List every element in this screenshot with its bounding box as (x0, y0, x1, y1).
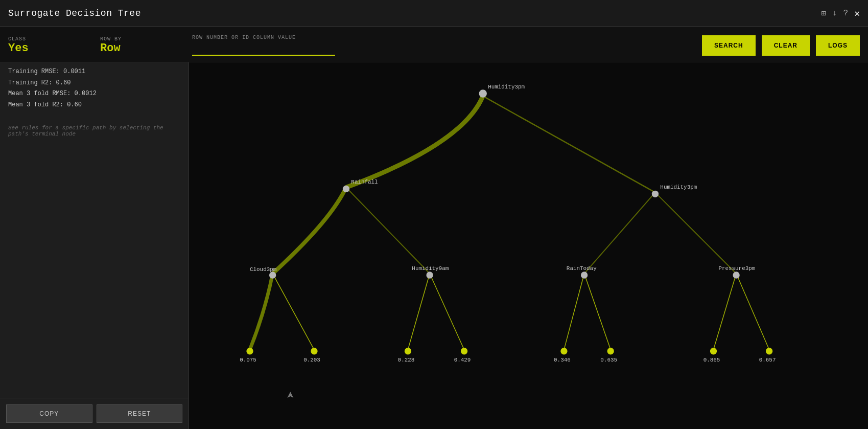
left-panel-content: See rules for a specific path by selecti… (0, 115, 189, 398)
node-l2lr-label: Humidity9am (412, 265, 449, 272)
edge-l2lr-leaf4 (430, 274, 464, 350)
leaf3-label: 0.228 (398, 357, 415, 363)
node-root[interactable] (479, 90, 486, 97)
cursor-icon (287, 392, 293, 398)
left-panel-footer: COPY RESET (0, 398, 189, 429)
node-l2rl-label: RainToday (567, 265, 597, 272)
leaf7-label: 0.865 (703, 357, 720, 363)
search-button[interactable]: SEARCH (702, 35, 756, 56)
reset-button[interactable]: RESET (97, 404, 183, 423)
edge-l1right-l2rl (584, 192, 655, 274)
edge-root-l1left-heavy (346, 96, 483, 188)
close-icon[interactable]: ✕ (854, 8, 860, 19)
node-l2lr[interactable] (427, 272, 433, 278)
node-l2ll-label: Cloud3pm (250, 266, 276, 273)
header-buttons: SEARCH CLEAR LOGS (702, 35, 860, 56)
class-section: CLASS Yes (8, 36, 90, 55)
edge-l2rr-leaf7 (714, 274, 737, 350)
help-icon[interactable]: ? (843, 9, 849, 18)
node-l1left-label: Rainfall (351, 179, 378, 186)
main-area: Training RMSE: 0.0011 Training R2: 0.60 … (0, 62, 868, 429)
rule-hint: See rules for a specific path by selecti… (6, 121, 182, 141)
edge-l2ll-leaf1 (250, 274, 273, 350)
clear-button[interactable]: CLEAR (762, 35, 810, 56)
leaf5-node[interactable] (561, 348, 567, 354)
leaf1-node[interactable] (247, 348, 253, 354)
leaf6-label: 0.635 (600, 357, 617, 363)
leaf5-label: 0.346 (554, 357, 571, 363)
header-row: CLASS Yes ROW BY Row ROW NUMBER OR ID CO… (0, 27, 868, 62)
leaf2-node[interactable] (311, 348, 317, 354)
class-label: CLASS (8, 36, 90, 42)
node-l2rr-label: Pressure3pm (718, 265, 755, 272)
node-l2rl[interactable] (581, 272, 588, 278)
row-by-value: Row (100, 42, 182, 55)
leaf2-label: 0.203 (303, 357, 320, 363)
leaf6-node[interactable] (607, 348, 614, 354)
row-input-label: ROW NUMBER OR ID COLUMN VALUE (192, 35, 692, 40)
mean-fold-rmse: Mean 3 fold RMSE: 0.0012 (8, 88, 180, 100)
logs-button[interactable]: LOGS (816, 35, 860, 56)
row-input-section: ROW NUMBER OR ID COLUMN VALUE (192, 35, 692, 56)
grid-icon[interactable]: ⊞ (821, 8, 826, 18)
download-icon[interactable]: ↓ (832, 9, 837, 18)
row-number-input[interactable] (192, 42, 335, 56)
edge-l2rl-leaf5 (564, 274, 584, 350)
app-title: Surrogate Decision Tree (8, 8, 141, 18)
row-by-label: ROW BY (100, 36, 182, 42)
leaf3-node[interactable] (405, 348, 411, 354)
leaf1-label: 0.075 (240, 357, 256, 363)
training-r2: Training R2: 0.60 (8, 78, 180, 89)
edge-l1left-l2lr (346, 187, 430, 274)
leaf4-node[interactable] (461, 348, 467, 354)
leaf8-node[interactable] (766, 348, 772, 354)
edge-l1right-l2rr (655, 192, 736, 274)
row-by-section: ROW BY Row (100, 36, 182, 55)
copy-button[interactable]: COPY (6, 404, 92, 423)
leaf7-node[interactable] (711, 348, 717, 354)
tree-svg: Humidity3pm Rainfall Humidity3pm Cloud3p… (189, 62, 868, 429)
edge-l2ll-leaf2 (273, 274, 314, 350)
node-l2ll[interactable] (270, 272, 276, 278)
edge-l2rl-leaf6 (584, 274, 611, 350)
training-rmse: Training RMSE: 0.0011 (8, 66, 180, 78)
leaf4-label: 0.429 (454, 357, 471, 363)
edge-l2rr-leaf8 (736, 274, 769, 350)
node-l2rr[interactable] (733, 272, 739, 278)
tree-canvas: Humidity3pm Rainfall Humidity3pm Cloud3p… (189, 62, 868, 429)
class-value: Yes (8, 42, 90, 55)
node-root-label: Humidity3pm (488, 84, 525, 90)
node-l1left[interactable] (343, 186, 349, 192)
edge-root-l1right (483, 96, 655, 192)
left-panel: Training RMSE: 0.0011 Training R2: 0.60 … (0, 62, 189, 429)
node-l1right[interactable] (652, 191, 658, 197)
leaf8-label: 0.657 (759, 357, 776, 363)
edge-l1left-l2ll-heavy (273, 187, 346, 274)
title-bar-icons: ⊞ ↓ ? ✕ (821, 8, 860, 19)
metrics-section: Training RMSE: 0.0011 Training R2: 0.60 … (0, 62, 189, 115)
edge-l2lr-leaf3 (408, 274, 430, 350)
title-bar: Surrogate Decision Tree ⊞ ↓ ? ✕ (0, 0, 868, 27)
node-l1right-label: Humidity3pm (660, 184, 697, 190)
mean-fold-r2: Mean 3 fold R2: 0.60 (8, 100, 180, 111)
